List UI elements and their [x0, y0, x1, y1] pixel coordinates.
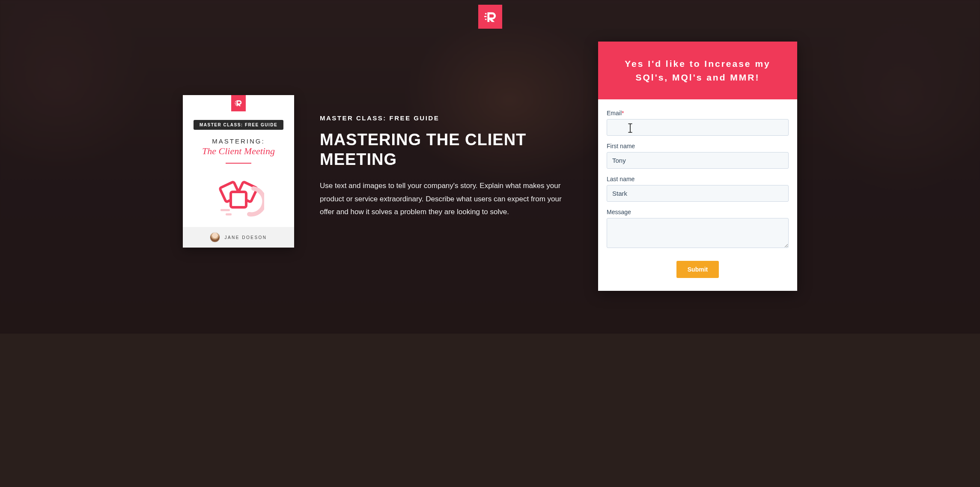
label-message: Message: [607, 209, 789, 215]
svg-rect-5: [235, 105, 236, 105]
author-avatar: [210, 232, 220, 242]
label-first-name: First name: [607, 143, 789, 149]
svg-rect-9: [220, 209, 230, 211]
last-name-input[interactable]: [607, 185, 789, 202]
label-last-name: Last name: [607, 176, 789, 182]
message-input[interactable]: [607, 218, 789, 248]
first-name-input[interactable]: [607, 152, 789, 169]
field-last-name: Last name: [607, 176, 789, 202]
svg-rect-10: [226, 213, 232, 215]
brand-mark-icon: [235, 99, 242, 107]
guide-badge: MASTER CLASS: FREE GUIDE: [194, 120, 283, 130]
guide-cover-tab: [231, 95, 246, 111]
field-email: Email*: [607, 110, 789, 136]
eyebrow-text: MASTER CLASS: FREE GUIDE: [320, 114, 572, 122]
hero-copy: MASTER CLASS: FREE GUIDE MASTERING THE C…: [320, 114, 572, 219]
guide-title-line2: The Client Meeting: [192, 146, 285, 157]
field-first-name: First name: [607, 143, 789, 169]
label-email: Email*: [607, 110, 789, 117]
brand-logo[interactable]: [478, 5, 502, 29]
svg-rect-2: [485, 19, 486, 20]
signup-form-card: Yes I'd like to Increase my SQl's, MQl's…: [598, 42, 797, 291]
author-name: JANE DOESON: [224, 235, 267, 240]
field-message: Message: [607, 209, 789, 250]
brand-logo-icon: [484, 10, 497, 23]
headline: MASTERING THE CLIENT MEETING: [320, 130, 572, 169]
guide-title-line1: MASTERING:: [192, 137, 285, 145]
svg-rect-0: [485, 13, 486, 15]
guide-cover-card: MASTER CLASS: FREE GUIDE MASTERING: The …: [183, 95, 294, 248]
handshake-icon: [213, 171, 264, 218]
guide-divider: [226, 163, 251, 164]
guide-author-row: JANE DOESON: [183, 227, 294, 248]
body-copy: Use text and images to tell your company…: [320, 179, 572, 219]
email-input[interactable]: [607, 119, 789, 136]
submit-button[interactable]: Submit: [676, 261, 719, 278]
svg-rect-4: [235, 103, 236, 104]
svg-rect-8: [231, 192, 246, 207]
svg-rect-3: [235, 101, 236, 102]
svg-rect-1: [484, 16, 486, 17]
form-heading: Yes I'd like to Increase my SQl's, MQl's…: [598, 42, 797, 99]
